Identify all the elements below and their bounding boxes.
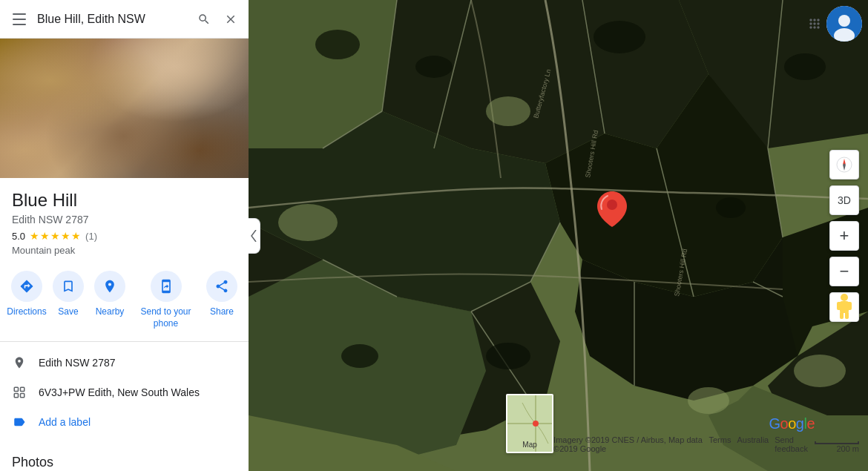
add-label-text: Add a label [39,416,91,428]
svg-point-31 [415,56,453,78]
send-to-phone-button[interactable]: Send to your phone [131,271,201,329]
attribution: Google Imagery ©2019 CNES / Airbus, Map … [553,415,815,453]
svg-point-36 [341,344,378,368]
directions-button[interactable]: Directions [6,271,47,329]
action-buttons: Directions Save Nearby Send to your phon… [0,262,249,342]
svg-point-33 [784,53,826,80]
pegman-button[interactable] [829,292,859,322]
svg-point-32 [594,21,645,53]
svg-point-61 [533,421,539,426]
svg-rect-56 [846,302,852,310]
nearby-button[interactable]: Nearby [89,271,131,329]
plus-code-text: 6V3J+PW Edith, New South Wales [39,386,200,398]
sidebar: Blue Hill Edith NSW 2787 5.0 ★ ★ ★ ★ ★ (… [0,0,249,471]
collapse-sidebar-button[interactable] [249,218,260,254]
add-label-row[interactable]: Add a label [0,407,249,437]
three-d-button[interactable]: 3D [829,185,859,215]
svg-rect-2 [14,394,18,398]
apps-grid-button[interactable] [800,9,829,39]
rating-row: 5.0 ★ ★ ★ ★ ★ (1) [12,230,237,242]
svg-point-53 [841,294,848,301]
svg-point-37 [278,204,338,241]
save-button[interactable]: Save [47,271,89,329]
svg-rect-1 [21,387,24,391]
map-controls: 3D + − [829,150,859,322]
star-4: ★ [61,230,70,242]
australia-link[interactable]: Australia [737,435,769,453]
star-5: ★ [71,230,81,242]
review-count[interactable]: (1) [85,231,97,242]
save-icon [53,271,84,302]
photos-title: Photos [0,449,249,471]
svg-rect-57 [840,312,844,319]
nearby-icon [94,271,125,302]
rating-number: 5.0 [12,231,25,242]
send-to-phone-icon [151,271,182,302]
place-type: Mountain peak [12,245,237,256]
clear-button[interactable] [220,9,241,30]
send-feedback-link[interactable]: Send feedback [775,435,815,453]
search-input[interactable] [37,13,194,26]
share-icon [206,271,237,302]
svg-point-47 [838,15,850,27]
rock-texture [0,39,249,178]
star-3: ★ [50,230,60,242]
svg-point-30 [315,30,360,59]
hamburger-icon [13,24,26,25]
star-1: ★ [30,230,39,242]
svg-point-42 [607,200,617,210]
svg-point-39 [794,355,846,387]
svg-point-52 [844,163,846,165]
save-label: Save [58,306,78,318]
share-button[interactable]: Share [201,271,243,329]
stars: ★ ★ ★ ★ ★ [30,230,81,242]
address-row: Edith NSW 2787 [0,348,249,378]
account-avatar [826,6,862,42]
plus-code-icon [12,385,27,400]
hero-image [0,39,249,178]
svg-point-35 [486,343,530,369]
google-logo: Google [769,415,815,432]
svg-rect-55 [837,302,842,310]
hamburger-button[interactable] [7,7,31,31]
svg-rect-58 [845,312,849,319]
photos-section: Photos Photos [0,443,249,471]
map-metadata: Imagery ©2019 CNES / Airbus, Map data ©2… [553,435,815,453]
terms-link[interactable]: Terms [708,435,731,453]
label-icon [12,415,27,429]
location-pin-icon [12,355,27,370]
mini-map[interactable]: Map [506,394,553,453]
zoom-in-button[interactable]: + [829,221,859,251]
star-2: ★ [40,230,50,242]
address-text: Edith NSW 2787 [39,357,116,369]
info-rows: Edith NSW 2787 6V3J+PW Edith, New South … [0,342,249,443]
search-bar [0,0,249,39]
compass-button[interactable] [829,150,859,179]
place-name: Blue Hill [12,190,237,211]
svg-point-38 [486,96,530,126]
share-label: Share [210,306,234,318]
send-to-phone-label: Send to your phone [131,306,201,329]
zoom-out-icon: − [840,262,849,281]
search-icons [194,9,241,30]
hamburger-icon [13,19,26,20]
map-area[interactable]: Butteryfactory Ln Shooters Hill Rd Shoot… [249,0,868,471]
nearby-label: Nearby [96,306,125,318]
place-address: Edith NSW 2787 [12,214,237,225]
svg-rect-3 [21,394,24,398]
svg-point-34 [716,197,746,218]
map-bottom-bar: Map Google Imagery ©2019 CNES / Airbus, … [506,394,859,453]
account-button[interactable] [826,6,862,42]
svg-rect-0 [14,387,18,391]
hamburger-icon [13,13,26,15]
zoom-in-icon: + [840,226,849,246]
scale-text: 200 m [836,444,859,453]
imagery-attribution: Imagery ©2019 CNES / Airbus, Map data ©2… [553,435,703,453]
directions-icon [11,271,42,302]
plus-code-row[interactable]: 6V3J+PW Edith, New South Wales [0,378,249,407]
directions-label: Directions [7,306,46,318]
search-button[interactable] [194,9,214,30]
scale-bar: 200 m [815,441,859,453]
mini-map-label: Map [522,441,536,449]
zoom-out-button[interactable]: − [829,257,859,286]
